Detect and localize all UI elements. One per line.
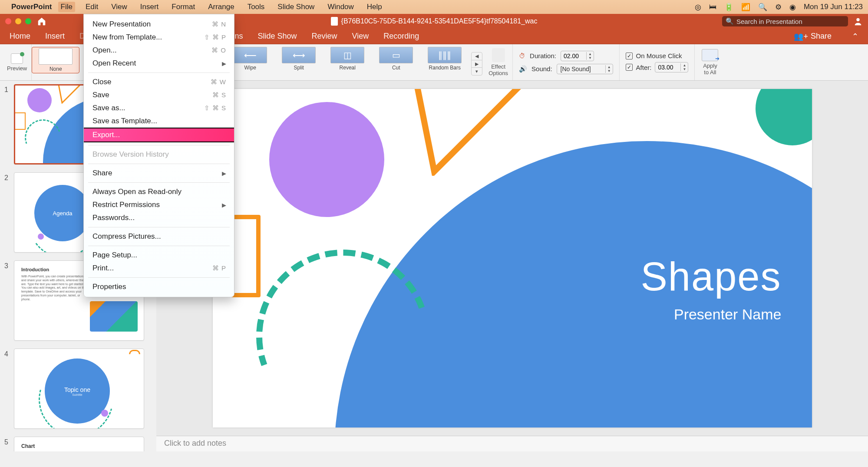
transition-label: Cut (392, 65, 400, 71)
effect-options[interactable]: Effect Options (484, 44, 513, 80)
file-menu-new-presentation[interactable]: New Presentation⌘ N (84, 18, 234, 31)
battery-icon[interactable]: 🔋 (724, 3, 733, 12)
menu-format[interactable]: Format (169, 2, 198, 12)
file-menu-export[interactable]: Export... (84, 128, 234, 142)
spotlight-icon[interactable]: 🔍 (758, 3, 767, 12)
preview-button[interactable] (11, 53, 23, 64)
system-tray: ◎ 🛏 🔋 📶 🔍 ⚙ ◉ Mon 19 Jun 11:23 (695, 3, 863, 12)
slide-canvas[interactable]: Shapes Presenter Name (213, 89, 812, 428)
menu-item-label: New Presentation (92, 20, 151, 29)
file-menu-new-from-template[interactable]: New from Template...⇧ ⌘ P (84, 31, 234, 44)
menu-item-label: Save as Template... (92, 117, 157, 125)
account-icon[interactable] (853, 16, 863, 26)
tab-slideshow[interactable]: Slide Show (257, 30, 298, 43)
tab-recording[interactable]: Recording (383, 30, 420, 43)
menu-file[interactable]: File (58, 2, 75, 12)
menu-window[interactable]: Window (325, 2, 356, 12)
transition-cut[interactable]: ▭Cut (372, 47, 420, 71)
menu-item-label: Save (92, 91, 109, 99)
file-menu-restrict-permissions[interactable]: Restrict Permissions▶ (84, 198, 234, 211)
slide-title[interactable]: Shapes (640, 254, 781, 299)
shape-orange-triangle[interactable] (413, 89, 525, 176)
file-menu-open-recent[interactable]: Open Recent▶ (84, 57, 234, 70)
file-menu-passwords[interactable]: Passwords... (84, 211, 234, 224)
menu-view[interactable]: View (109, 2, 130, 12)
slide-subtitle[interactable]: Presenter Name (674, 306, 782, 323)
duration-input[interactable] (561, 53, 586, 59)
transition-none[interactable]: None (32, 47, 79, 73)
menu-tools[interactable]: Tools (245, 2, 267, 12)
file-menu-print[interactable]: Print...⌘ P (84, 262, 234, 275)
after-input[interactable] (655, 64, 680, 71)
slide-thumbnail-5[interactable]: Chart (14, 437, 144, 451)
collapse-ribbon-button[interactable]: ⌃ (851, 32, 859, 41)
slide-canvas-area[interactable]: Shapes Presenter Name (156, 81, 868, 436)
menu-slideshow[interactable]: Slide Show (275, 2, 317, 12)
shortcut: ⌘ S (212, 91, 226, 99)
apply-to-all-button[interactable]: Apply to All (695, 46, 725, 78)
file-menu-share[interactable]: Share▶ (84, 167, 234, 180)
transition-reveal[interactable]: ◫Reveal (323, 47, 371, 71)
slide-number: 4 (4, 349, 10, 358)
tab-home[interactable]: Home (9, 30, 31, 43)
gallery-nav[interactable]: ◀▶▾ (471, 52, 482, 76)
slide-number: 5 (4, 437, 10, 446)
shape-teal-circle[interactable] (756, 89, 812, 145)
slide-thumbnail-4[interactable]: Topic oneSubtitle (14, 349, 144, 429)
preview-label: Preview (7, 65, 27, 72)
file-menu-save[interactable]: Save⌘ S (84, 89, 234, 102)
on-mouse-click-checkbox[interactable]: ✓On Mouse Click (626, 52, 689, 59)
menu-item-label: Properties (92, 283, 126, 291)
traffic-lights (5, 18, 31, 24)
tab-view[interactable]: View (351, 30, 370, 43)
app-name[interactable]: PowerPoint (11, 3, 52, 11)
menu-arrange[interactable]: Arrange (205, 2, 237, 12)
menu-item-label: Browse Version History (92, 150, 169, 159)
notes-placeholder[interactable]: Click to add notes (156, 436, 868, 451)
share-button[interactable]: 👥+Share (794, 32, 832, 41)
transition-thumb: ⟵ (233, 47, 267, 63)
submenu-arrow-icon: ▶ (222, 202, 226, 208)
siri-icon[interactable]: ◉ (789, 3, 796, 12)
close-window-button[interactable] (5, 18, 11, 24)
shortcut: ⇧ ⌘ S (204, 104, 226, 112)
menu-insert[interactable]: Insert (138, 2, 162, 12)
presentation-search[interactable]: 🔍 Search in Presentation (722, 16, 848, 26)
grammarly-icon[interactable]: ◎ (695, 3, 701, 12)
file-menu-properties[interactable]: Properties (84, 280, 234, 293)
menu-help[interactable]: Help (364, 2, 385, 12)
file-menu-always-open-as-read-only[interactable]: Always Open as Read-only (84, 185, 234, 198)
minimize-window-button[interactable] (15, 18, 21, 24)
file-menu-page-setup[interactable]: Page Setup... (84, 249, 234, 262)
file-menu-save-as[interactable]: Save as...⇧ ⌘ S (84, 102, 234, 115)
tab-insert[interactable]: Insert (44, 30, 66, 43)
home-icon[interactable] (36, 16, 47, 26)
file-menu-close[interactable]: Close⌘ W (84, 76, 234, 89)
bed-icon[interactable]: 🛏 (709, 3, 716, 11)
menu-item-label: Compress Pictures... (92, 232, 161, 241)
transition-thumb (39, 48, 73, 65)
after-checkbox[interactable]: ✓After: ▲▼ (626, 62, 689, 72)
file-menu-browse-version-history: Browse Version History (84, 148, 234, 161)
duration-stepper[interactable]: ▲▼ (561, 51, 594, 61)
menu-edit[interactable]: Edit (83, 2, 101, 12)
sound-select[interactable]: [No Sound]▲▼ (557, 64, 613, 74)
shape-purple-circle[interactable] (269, 102, 384, 217)
after-stepper[interactable]: ▲▼ (655, 62, 688, 72)
menu-item-label: Close (92, 78, 111, 86)
clock[interactable]: Mon 19 Jun 11:23 (804, 3, 863, 11)
wifi-icon[interactable]: 📶 (741, 3, 750, 12)
transition-random-bars[interactable]: ∥∥∥Random Bars (421, 47, 469, 71)
transition-split[interactable]: ⟷Split (275, 47, 323, 71)
file-menu-save-as-template[interactable]: Save as Template... (84, 115, 234, 128)
file-menu-open[interactable]: Open...⌘ O (84, 44, 234, 57)
menu-item-label: Open... (92, 46, 117, 55)
file-menu-compress-pictures[interactable]: Compress Pictures... (84, 230, 234, 243)
control-center-icon[interactable]: ⚙ (775, 3, 782, 12)
shortcut: ⇧ ⌘ P (204, 33, 226, 41)
timing-section-2: ✓On Mouse Click ✓After: ▲▼ (620, 44, 695, 80)
maximize-window-button[interactable] (25, 18, 31, 24)
shortcut: ⌘ W (211, 78, 226, 86)
tab-review[interactable]: Review (311, 30, 338, 43)
document-icon (331, 17, 338, 26)
